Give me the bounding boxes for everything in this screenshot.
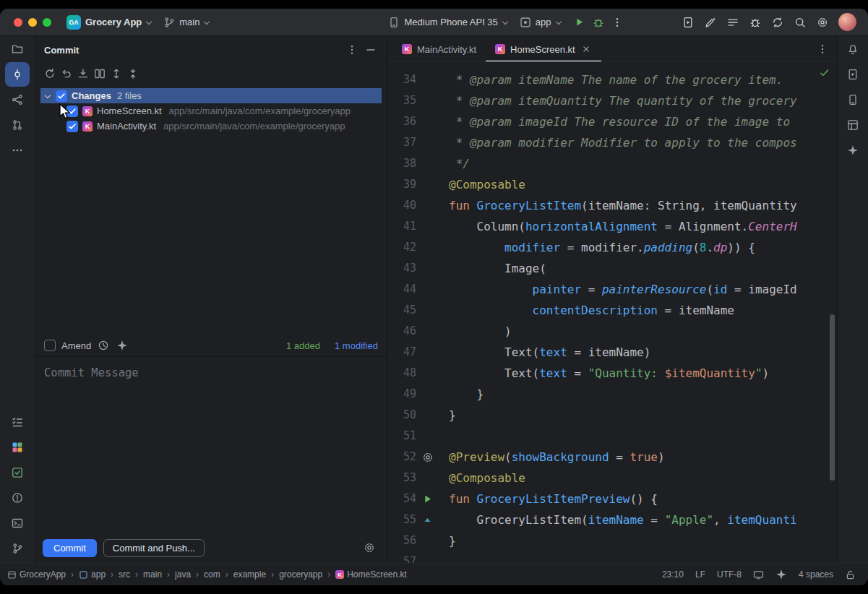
ai-commit-message-icon[interactable] — [116, 339, 129, 352]
app-quality-insights-icon[interactable] — [5, 435, 30, 460]
device-selector[interactable]: Medium Phone API 35 — [383, 14, 512, 30]
breadcrumb-item[interactable]: com — [204, 569, 220, 580]
line-separator[interactable]: LF — [695, 569, 705, 580]
changed-file-row[interactable]: MainActivity.ktapp/src/main/java/com/exa… — [40, 119, 382, 134]
caret-position[interactable]: 23:10 — [662, 569, 684, 580]
amend-checkbox[interactable] — [44, 340, 56, 351]
breadcrumb-item[interactable]: groceryapp — [279, 569, 322, 580]
device-streaming-icon[interactable] — [679, 13, 697, 32]
code-line: 53@Composable — [387, 468, 837, 488]
inspections-ok-icon[interactable] — [817, 66, 830, 79]
screen-share-icon[interactable] — [753, 569, 764, 580]
gemini-tool-icon[interactable] — [841, 138, 865, 163]
layout-inspector-icon[interactable] — [841, 113, 865, 137]
run-preview-icon[interactable] — [416, 488, 449, 509]
show-diff-icon[interactable] — [91, 65, 108, 82]
collapse-all-icon[interactable] — [124, 65, 141, 82]
profiler-icon[interactable] — [746, 13, 765, 32]
kotlin-file-icon — [82, 106, 93, 116]
expand-chevron-icon[interactable] — [44, 92, 51, 100]
close-window-button[interactable] — [14, 18, 22, 27]
file-write-access-icon[interactable] — [845, 569, 856, 580]
changes-checkbox[interactable] — [56, 90, 67, 102]
settings-icon[interactable] — [813, 13, 832, 32]
editor-scrollbar[interactable] — [830, 314, 835, 481]
rollback-icon[interactable] — [58, 65, 74, 82]
commit-settings-gear-icon[interactable] — [361, 539, 378, 556]
changes-label: Changes — [72, 90, 111, 101]
notifications-icon[interactable] — [841, 37, 865, 61]
breadcrumb-item[interactable]: HomeScreen.kt — [335, 569, 407, 580]
line-number: 50 — [387, 405, 416, 426]
changes-group-row[interactable]: Changes 2 files — [40, 88, 382, 103]
ai-assistant-icon[interactable] — [775, 569, 787, 580]
file-checkbox[interactable] — [66, 106, 78, 117]
sync-gradle-icon[interactable] — [768, 13, 787, 32]
breadcrumb-separator: › — [71, 569, 74, 580]
expand-all-icon[interactable] — [108, 65, 124, 82]
structure-icon[interactable] — [5, 87, 30, 112]
zoom-window-button[interactable] — [43, 18, 51, 27]
gutter — [416, 153, 449, 174]
kotlin-file-icon — [82, 121, 93, 132]
running-devices-icon[interactable] — [841, 62, 865, 87]
pull-requests-icon[interactable] — [5, 113, 30, 137]
app-inspection-icon[interactable] — [5, 460, 30, 485]
line-number: 41 — [387, 216, 416, 237]
amend-label: Amend — [61, 340, 91, 351]
indent-setting[interactable]: 4 spaces — [799, 569, 833, 580]
more-run-options-icon[interactable] — [608, 13, 627, 32]
gutter — [416, 69, 449, 90]
commit-and-push-button[interactable]: Commit and Push... — [103, 539, 205, 557]
breadcrumb-item[interactable]: src — [119, 569, 130, 580]
project-icon[interactable] — [5, 37, 30, 61]
commit-button[interactable]: Commit — [43, 539, 97, 557]
left-toolstrip — [0, 36, 35, 563]
code-text: fun GroceryListItemPreview() { — [449, 488, 658, 509]
todo-icon[interactable] — [5, 410, 30, 434]
event-log-icon[interactable] — [723, 13, 742, 32]
gutter — [416, 321, 449, 342]
more-tool-windows-icon[interactable] — [5, 138, 30, 163]
terminal-icon[interactable] — [5, 511, 30, 535]
project-widget[interactable]: GA Grocery App — [61, 13, 157, 32]
debug-button[interactable] — [589, 13, 608, 32]
minimize-window-button[interactable] — [28, 18, 37, 27]
breadcrumb-item[interactable]: example — [233, 569, 266, 580]
commit-options-icon[interactable] — [343, 41, 361, 59]
code-editor[interactable]: 3334 * @param itemName The name of the g… — [387, 62, 837, 563]
commit-icon[interactable] — [5, 62, 30, 87]
breadcrumb-item[interactable]: java — [175, 569, 191, 580]
refresh-icon[interactable] — [41, 65, 58, 82]
commit-message-input[interactable] — [35, 357, 387, 535]
run-button[interactable] — [570, 13, 589, 32]
gemini-icon[interactable] — [701, 13, 720, 32]
editor-tab-homescreen-kt[interactable]: HomeScreen.kt — [486, 36, 601, 62]
breadcrumb-item[interactable]: app — [79, 569, 106, 580]
preview-settings-icon[interactable] — [416, 447, 449, 468]
run-config-selector[interactable]: app — [515, 14, 567, 30]
problems-icon[interactable] — [5, 486, 30, 510]
file-checkbox[interactable] — [66, 121, 78, 132]
commit-history-clock-icon[interactable] — [97, 339, 110, 352]
hide-panel-icon[interactable] — [362, 41, 379, 59]
file-encoding[interactable]: UTF-8 — [717, 569, 742, 580]
compose-preview-icon[interactable] — [416, 509, 449, 530]
code-text: GroceryListItem(itemName = "Apple", item… — [449, 509, 797, 530]
close-tab-icon[interactable] — [580, 43, 592, 55]
shelve-icon[interactable] — [74, 65, 91, 82]
branch-widget[interactable]: main — [158, 14, 215, 30]
code-text: modifier = modifier.padding(8.dp)) { — [449, 237, 755, 258]
code-text: * @param imageId The resource ID of the … — [449, 111, 797, 132]
breadcrumb-label: java — [175, 569, 191, 580]
device-manager-icon[interactable] — [841, 87, 865, 112]
profile-avatar[interactable] — [838, 13, 856, 31]
breadcrumb-item[interactable]: main — [143, 569, 162, 580]
editor-tab-mainactivity-kt[interactable]: MainActivity.kt — [392, 36, 486, 62]
editor-tabs-options-icon[interactable] — [814, 40, 831, 58]
version-control-icon[interactable] — [5, 536, 30, 561]
breadcrumb-item[interactable]: GroceryApp — [7, 569, 66, 580]
code-text: } — [449, 530, 456, 551]
changed-file-row[interactable]: HomeScreen.ktapp/src/main/java/com/examp… — [40, 103, 382, 119]
search-everywhere-icon[interactable] — [791, 13, 809, 32]
